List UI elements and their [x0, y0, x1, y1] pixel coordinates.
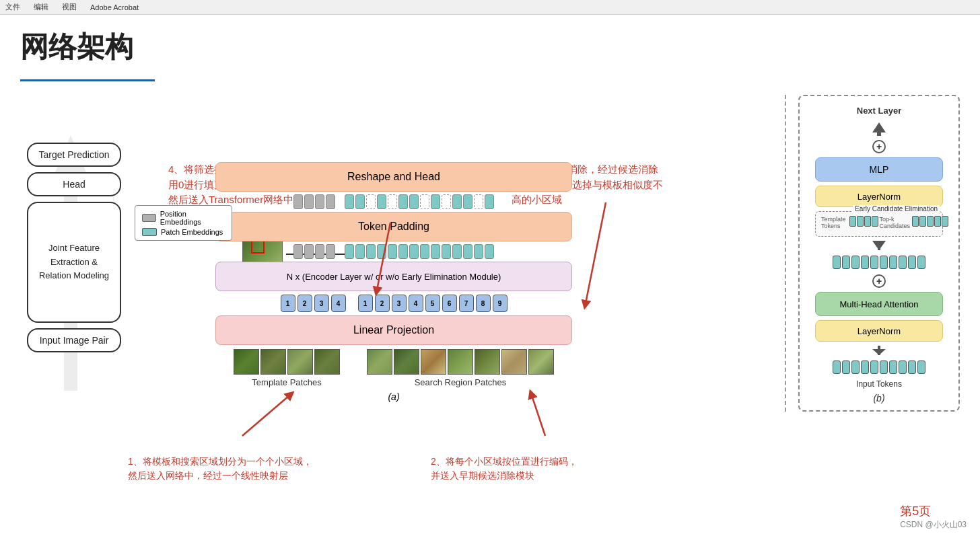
mlp-block: MLP [815, 157, 943, 182]
svg-rect-4 [878, 241, 880, 250]
watermark: 第5页 CSDN @小火山03 [900, 503, 967, 531]
token-padding-block: Token Padding [215, 212, 572, 241]
tokens-strip-b [833, 256, 925, 269]
early-candidate-area: Early Candidate Elimination Template Tok… [815, 211, 943, 237]
label-target-prediction: Target Prediction [27, 143, 121, 167]
label-head: Head [27, 172, 121, 196]
arrow-up-next [872, 122, 886, 136]
template-patches: Template Patches [234, 349, 340, 387]
image-patches-row: Template Patches [215, 349, 572, 387]
input-tokens-label: Input Tokens [856, 379, 902, 389]
svg-marker-6 [872, 349, 886, 355]
menu-acrobat[interactable]: Adobe Acrobat [90, 3, 139, 11]
watermark-credit: CSDN @小火山03 [900, 519, 967, 531]
linear-projection-block: Linear Projection [215, 315, 572, 345]
label-input-image-pair: Input Image Pair [27, 328, 121, 352]
arrow-down-1 [872, 241, 886, 250]
arrow-down-2 [872, 346, 886, 355]
diagram-b: Next Layer + MLP LayerNorm Early Candida… [798, 95, 960, 412]
annotation-2: 2、将每个小区域按位置进行编码， 并送入早期候选消除模块 [431, 455, 578, 483]
menu-file[interactable]: 文件 [5, 2, 20, 12]
template-numbered-tokens: 1 2 3 4 [281, 295, 346, 312]
layernorm-bottom-block: LayerNorm [815, 320, 943, 342]
input-tokens-strip [833, 360, 925, 374]
diagram-a-label: (a) [215, 391, 572, 402]
legend-box: Position Embeddings Patch Embeddings [135, 205, 232, 241]
plus-circle-bottom: + [872, 274, 886, 288]
legend-patch: Patch Embeddings [161, 228, 223, 236]
numbered-tokens-row: 1 2 3 4 1 2 3 4 5 6 [215, 295, 572, 312]
search-patches: Search Region Patches [367, 349, 554, 387]
page-number: 第5页 [900, 503, 967, 519]
reshape-head-block: Reshape and Head [215, 162, 572, 192]
diagram-b-label: (b) [873, 393, 884, 404]
encoder-block: N x (Encoder Layer w/ or w/o Early Elimi… [215, 262, 572, 291]
menu-edit[interactable]: 编辑 [34, 2, 48, 12]
annotation-1: 1、将模板和搜索区域划分为一个个小区域， 然后送入网络中，经过一个线性映射层 [128, 455, 312, 483]
plus-circle-top: + [872, 140, 886, 153]
search-numbered-tokens: 1 2 3 4 5 6 7 8 9 [358, 295, 508, 312]
vertical-separator [785, 95, 786, 412]
top-bar: 文件 编辑 视图 Adobe Acrobat [0, 0, 980, 15]
upper-tokens-row [215, 194, 572, 209]
layernorm-top-block: LayerNorm [815, 186, 943, 207]
middle-tokens-row [215, 244, 572, 259]
page-title: 网络架构 [20, 28, 960, 66]
template-patches-label: Template Patches [252, 377, 321, 387]
search-patches-label: Search Region Patches [415, 377, 507, 387]
svg-marker-2 [872, 122, 886, 136]
next-layer-label: Next Layer [857, 106, 901, 116]
legend-position: Position Embeddings [160, 210, 225, 226]
multi-head-attention-block: Multi-Head Attention [815, 292, 943, 316]
menu-view[interactable]: 视图 [62, 2, 77, 12]
label-joint-feature: Joint Feature Extraction & Relation Mode… [27, 202, 121, 323]
